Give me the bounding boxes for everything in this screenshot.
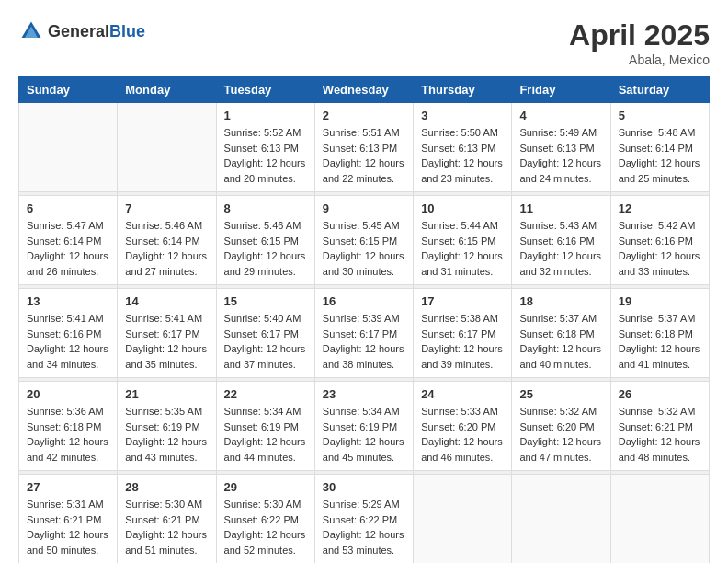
sunset-text: Sunset: 6:18 PM [619, 328, 693, 339]
logo-icon [18, 18, 44, 44]
day-cell: 2Sunrise: 5:51 AMSunset: 6:13 PMDaylight… [314, 103, 413, 192]
day-cell: 10Sunrise: 5:44 AMSunset: 6:15 PMDayligh… [414, 196, 512, 285]
daylight-text: Daylight: 12 hours and 24 minutes. [519, 157, 601, 184]
day-number: 15 [224, 294, 307, 308]
daylight-text: Daylight: 12 hours and 46 minutes. [421, 436, 503, 463]
daylight-text: Daylight: 12 hours and 50 minutes. [27, 529, 108, 556]
day-cell: 19Sunrise: 5:37 AMSunset: 6:18 PMDayligh… [610, 289, 709, 378]
day-cell [414, 475, 512, 564]
day-info: Sunrise: 5:52 AMSunset: 6:13 PMDaylight:… [224, 125, 307, 186]
daylight-text: Daylight: 12 hours and 33 minutes. [619, 250, 700, 277]
sunrise-text: Sunrise: 5:45 AM [323, 220, 400, 231]
sunset-text: Sunset: 6:19 PM [224, 421, 299, 432]
day-cell: 15Sunrise: 5:40 AMSunset: 6:17 PMDayligh… [216, 289, 314, 378]
day-number: 12 [619, 201, 701, 215]
day-info: Sunrise: 5:38 AMSunset: 6:17 PMDaylight:… [421, 311, 504, 372]
day-cell [610, 475, 709, 564]
day-cell: 9Sunrise: 5:45 AMSunset: 6:15 PMDaylight… [314, 196, 413, 285]
sunset-text: Sunset: 6:16 PM [519, 236, 594, 247]
daylight-text: Daylight: 12 hours and 26 minutes. [27, 250, 108, 277]
daylight-text: Daylight: 12 hours and 53 minutes. [323, 529, 404, 556]
sunrise-text: Sunrise: 5:29 AM [323, 499, 400, 510]
sunrise-text: Sunrise: 5:52 AM [224, 127, 301, 138]
sunset-text: Sunset: 6:20 PM [421, 421, 495, 432]
sunrise-text: Sunrise: 5:37 AM [519, 313, 597, 324]
sunrise-text: Sunrise: 5:39 AM [323, 313, 400, 324]
day-number: 22 [224, 387, 307, 401]
day-number: 18 [519, 294, 602, 308]
header-saturday: Saturday [610, 77, 709, 103]
sunset-text: Sunset: 6:14 PM [125, 236, 199, 247]
day-number: 4 [519, 109, 602, 122]
day-cell: 25Sunrise: 5:32 AMSunset: 6:20 PMDayligh… [512, 382, 610, 471]
header-thursday: Thursday [414, 77, 512, 103]
day-cell: 29Sunrise: 5:30 AMSunset: 6:22 PMDayligh… [216, 475, 314, 564]
sunset-text: Sunset: 6:21 PM [27, 514, 101, 525]
daylight-text: Daylight: 12 hours and 48 minutes. [619, 436, 700, 463]
sunrise-text: Sunrise: 5:42 AM [619, 220, 696, 231]
sunset-text: Sunset: 6:15 PM [421, 236, 495, 247]
day-info: Sunrise: 5:40 AMSunset: 6:17 PMDaylight:… [224, 311, 307, 372]
sunset-text: Sunset: 6:21 PM [125, 514, 199, 525]
day-number: 11 [519, 201, 602, 215]
day-number: 21 [125, 387, 208, 401]
day-cell: 1Sunrise: 5:52 AMSunset: 6:13 PMDaylight… [216, 103, 314, 192]
sunrise-text: Sunrise: 5:47 AM [27, 220, 104, 231]
sunrise-text: Sunrise: 5:32 AM [519, 406, 597, 417]
sunset-text: Sunset: 6:21 PM [619, 421, 693, 432]
day-number: 20 [27, 387, 109, 401]
daylight-text: Daylight: 12 hours and 32 minutes. [519, 250, 601, 277]
day-number: 1 [224, 109, 307, 122]
day-info: Sunrise: 5:34 AMSunset: 6:19 PMDaylight:… [323, 404, 405, 465]
day-cell [19, 103, 118, 192]
sunrise-text: Sunrise: 5:34 AM [323, 406, 400, 417]
sunrise-text: Sunrise: 5:41 AM [27, 313, 104, 324]
day-cell: 18Sunrise: 5:37 AMSunset: 6:18 PMDayligh… [512, 289, 610, 378]
day-info: Sunrise: 5:37 AMSunset: 6:18 PMDaylight:… [519, 311, 602, 372]
sunset-text: Sunset: 6:22 PM [224, 514, 299, 525]
sunset-text: Sunset: 6:15 PM [224, 236, 299, 247]
day-info: Sunrise: 5:46 AMSunset: 6:15 PMDaylight:… [224, 218, 307, 279]
header-wednesday: Wednesday [314, 77, 413, 103]
daylight-text: Daylight: 12 hours and 30 minutes. [323, 250, 404, 277]
daylight-text: Daylight: 12 hours and 42 minutes. [27, 436, 108, 463]
sunset-text: Sunset: 6:13 PM [519, 143, 594, 154]
day-number: 24 [421, 387, 504, 401]
daylight-text: Daylight: 12 hours and 29 minutes. [224, 250, 306, 277]
day-info: Sunrise: 5:37 AMSunset: 6:18 PMDaylight:… [619, 311, 701, 372]
sunset-text: Sunset: 6:19 PM [125, 421, 199, 432]
daylight-text: Daylight: 12 hours and 22 minutes. [323, 157, 404, 184]
sunrise-text: Sunrise: 5:36 AM [27, 406, 104, 417]
sunrise-text: Sunrise: 5:41 AM [125, 313, 202, 324]
daylight-text: Daylight: 12 hours and 45 minutes. [323, 436, 404, 463]
day-cell: 27Sunrise: 5:31 AMSunset: 6:21 PMDayligh… [19, 475, 118, 564]
day-cell: 4Sunrise: 5:49 AMSunset: 6:13 PMDaylight… [512, 103, 610, 192]
day-cell: 11Sunrise: 5:43 AMSunset: 6:16 PMDayligh… [512, 196, 610, 285]
sunset-text: Sunset: 6:13 PM [224, 143, 299, 154]
sunrise-text: Sunrise: 5:32 AM [619, 406, 696, 417]
daylight-text: Daylight: 12 hours and 23 minutes. [421, 157, 503, 184]
daylight-text: Daylight: 12 hours and 27 minutes. [125, 250, 207, 277]
day-cell [118, 103, 216, 192]
sunset-text: Sunset: 6:16 PM [27, 328, 101, 339]
day-cell: 12Sunrise: 5:42 AMSunset: 6:16 PMDayligh… [610, 196, 709, 285]
day-cell: 20Sunrise: 5:36 AMSunset: 6:18 PMDayligh… [19, 382, 118, 471]
sunset-text: Sunset: 6:17 PM [323, 328, 397, 339]
daylight-text: Daylight: 12 hours and 47 minutes. [519, 436, 601, 463]
title-block: April 2025 Abala, Mexico [569, 18, 710, 67]
day-info: Sunrise: 5:50 AMSunset: 6:13 PMDaylight:… [421, 125, 504, 186]
day-number: 14 [125, 294, 208, 308]
sunset-text: Sunset: 6:18 PM [27, 421, 101, 432]
weekday-header-row: Sunday Monday Tuesday Wednesday Thursday… [19, 77, 710, 103]
sunrise-text: Sunrise: 5:50 AM [421, 127, 498, 138]
day-number: 23 [323, 387, 405, 401]
day-info: Sunrise: 5:51 AMSunset: 6:13 PMDaylight:… [323, 125, 405, 186]
day-cell: 6Sunrise: 5:47 AMSunset: 6:14 PMDaylight… [19, 196, 118, 285]
day-info: Sunrise: 5:43 AMSunset: 6:16 PMDaylight:… [519, 218, 602, 279]
day-number: 26 [619, 387, 701, 401]
day-info: Sunrise: 5:48 AMSunset: 6:14 PMDaylight:… [619, 125, 701, 186]
sunrise-text: Sunrise: 5:44 AM [421, 220, 498, 231]
day-number: 30 [323, 480, 405, 494]
day-number: 16 [323, 294, 405, 308]
daylight-text: Daylight: 12 hours and 20 minutes. [224, 157, 306, 184]
